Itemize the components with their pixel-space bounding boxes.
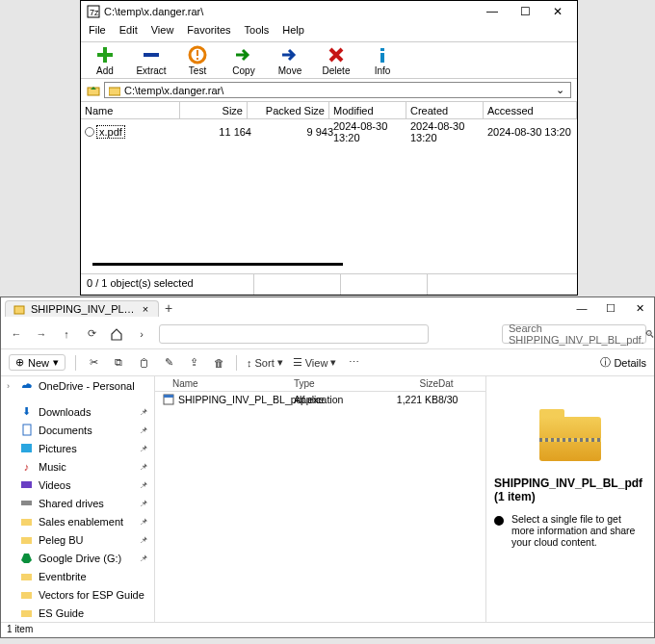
sidebar-item-vectors[interactable]: Vectors for ESP Guide — [1, 585, 154, 604]
details-button[interactable]: ⓘ Details — [600, 355, 646, 370]
sidebar-item-pictures[interactable]: Pictures📌︎ — [1, 439, 154, 457]
paste-button[interactable]: 📋︎ — [136, 355, 151, 371]
horizontal-scrollbar[interactable] — [92, 263, 343, 266]
refresh-button[interactable]: ⟳ — [84, 326, 99, 342]
folder-icon — [20, 588, 33, 601]
search-input[interactable]: Search SHIPPING_INV_PL_BL_pdf. 🔍︎ — [502, 324, 646, 344]
minimize-button[interactable]: — — [479, 3, 506, 20]
svg-rect-11 — [109, 88, 120, 95]
header-name[interactable]: Name — [159, 378, 294, 389]
shared-drives-icon — [20, 497, 33, 509]
back-button[interactable]: ← — [9, 326, 24, 342]
new-button[interactable]: ⊕ New ▾ — [9, 354, 66, 371]
menu-help[interactable]: Help — [282, 24, 304, 39]
sidebar-item-documents[interactable]: Documents📌︎ — [1, 421, 154, 439]
svg-rect-24 — [164, 395, 173, 398]
sidebar-item-google-drive[interactable]: Google Drive (G:)📌︎ — [1, 549, 154, 567]
sidebar-item-music[interactable]: ♪Music📌︎ — [1, 457, 154, 476]
tab-close-icon[interactable]: × — [141, 303, 150, 315]
header-created[interactable]: Created — [406, 102, 484, 118]
chevron-down-icon[interactable]: ⌄ — [553, 84, 566, 96]
move-button[interactable]: Move — [272, 44, 308, 76]
header-size[interactable]: Size — [180, 102, 248, 118]
up-folder-icon[interactable] — [87, 84, 100, 97]
address-input[interactable] — [159, 324, 429, 344]
copy-button[interactable]: Copy — [225, 44, 262, 76]
view-button[interactable]: ☰ View ▾ — [293, 356, 337, 369]
sidebar-item-onedrive[interactable]: › OneDrive - Personal — [1, 376, 154, 395]
svg-rect-16 — [21, 501, 32, 505]
home-icon[interactable] — [109, 326, 124, 342]
sidebar-item-sales-enablement[interactable]: Sales enablement📌︎ — [1, 512, 154, 530]
file-name: x.pdf — [96, 125, 125, 139]
minimize-button[interactable]: — — [571, 302, 592, 315]
maximize-button[interactable]: ☐ — [600, 302, 621, 315]
sort-button[interactable]: ↕ Sort ▾ — [247, 356, 283, 369]
chevron-down-icon: ▾ — [53, 356, 59, 369]
sevenzip-titlebar: 7z C:\temp\x.danger.rar\ — ☐ ✕ — [81, 1, 577, 22]
delete-button[interactable]: Delete — [318, 44, 354, 76]
onedrive-icon — [20, 379, 33, 392]
explorer-tab[interactable]: SHIPPING_INV_PL_BL_pdf.rar × — [5, 300, 159, 317]
add-button[interactable]: Add — [87, 44, 123, 76]
header-date[interactable]: Dat — [438, 378, 472, 389]
file-modified: 2024-08-30 13:20 — [333, 120, 410, 143]
menu-favorites[interactable]: Favorites — [187, 24, 230, 39]
menu-tools[interactable]: Tools — [245, 24, 270, 39]
sidebar-item-es-guide[interactable]: ES Guide — [1, 604, 154, 622]
status-bar: 0 / 1 object(s) selected — [81, 273, 577, 295]
folder-icon — [20, 515, 33, 528]
file-packed-size: 9 943 — [251, 126, 333, 138]
up-button[interactable]: ↑ — [59, 326, 74, 342]
header-modified[interactable]: Modified — [329, 102, 406, 118]
pin-icon: 📌︎ — [140, 499, 148, 508]
new-tab-button[interactable]: + — [159, 300, 178, 316]
copy-button[interactable]: ⧉ — [111, 355, 126, 371]
videos-icon — [20, 478, 33, 491]
file-pane[interactable]: Name Type Size Dat SHIPPING_INV_PL_BL_pd… — [155, 376, 485, 622]
preview-title: SHIPPING_INV_PL_BL_pdf (1 item) — [494, 477, 646, 503]
maximize-button[interactable]: ☐ — [511, 3, 538, 20]
header-name[interactable]: Name — [81, 102, 180, 118]
sidebar-item-downloads[interactable]: ⬇Downloads📌︎ — [1, 402, 154, 421]
delete-button[interactable]: 🗑︎ — [211, 355, 226, 371]
file-row[interactable]: x.pdf 11 164 9 943 2024-08-30 13:20 2024… — [81, 119, 577, 144]
status-cell-3 — [341, 274, 428, 295]
more-button[interactable]: ⋯ — [346, 355, 361, 371]
header-size[interactable]: Size — [380, 378, 438, 389]
path-input[interactable]: C:\temp\x.danger.rar\ ⌄ — [104, 82, 571, 98]
menubar: File Edit View Favorites Tools Help — [81, 22, 577, 41]
svg-rect-15 — [21, 481, 32, 488]
status-bar: 1 item — [1, 622, 654, 637]
info-button[interactable]: Info — [364, 44, 401, 76]
cut-button[interactable]: ✂ — [86, 355, 101, 371]
header-packed-size[interactable]: Packed Size — [248, 102, 329, 118]
forward-button[interactable]: → — [34, 326, 49, 342]
command-bar: ⊕ New ▾ ✂ ⧉ 📋︎ ✎ ⇪ 🗑︎ ↕ Sort ▾ ☰ View ▾ … — [1, 349, 654, 376]
svg-text:7z: 7z — [90, 8, 99, 17]
details-pane: SHIPPING_INV_PL_BL_pdf (1 item) Select a… — [485, 376, 654, 622]
menu-file[interactable]: File — [89, 24, 106, 39]
folder-icon — [20, 570, 33, 582]
file-row[interactable]: SHIPPING_INV_PL_BL_pdf.exe Application 1… — [155, 392, 485, 407]
sidebar-item-videos[interactable]: Videos📌︎ — [1, 476, 154, 494]
menu-view[interactable]: View — [151, 24, 174, 39]
sidebar-item-eventbrite[interactable]: Eventbrite — [1, 567, 154, 585]
zip-folder-icon — [532, 407, 609, 465]
close-button[interactable]: ✕ — [629, 302, 650, 315]
share-button[interactable]: ⇪ — [186, 355, 201, 371]
file-list[interactable]: x.pdf 11 164 9 943 2024-08-30 13:20 2024… — [81, 119, 577, 254]
chevron-right-icon[interactable]: › — [134, 326, 149, 342]
pictures-icon — [20, 442, 33, 454]
close-button[interactable]: ✕ — [544, 3, 571, 20]
sidebar-item-shared-drives[interactable]: Shared drives📌︎ — [1, 494, 154, 512]
extract-button[interactable]: Extract — [133, 44, 170, 76]
test-button[interactable]: Test — [179, 44, 216, 76]
file-size: 11 164 — [184, 126, 251, 138]
rename-button[interactable]: ✎ — [161, 355, 176, 371]
header-accessed[interactable]: Accessed — [484, 102, 577, 118]
sidebar-item-peleg-bu[interactable]: Peleg BU📌︎ — [1, 530, 154, 549]
move-icon — [279, 44, 301, 65]
header-type[interactable]: Type — [294, 378, 380, 389]
menu-edit[interactable]: Edit — [119, 24, 138, 39]
